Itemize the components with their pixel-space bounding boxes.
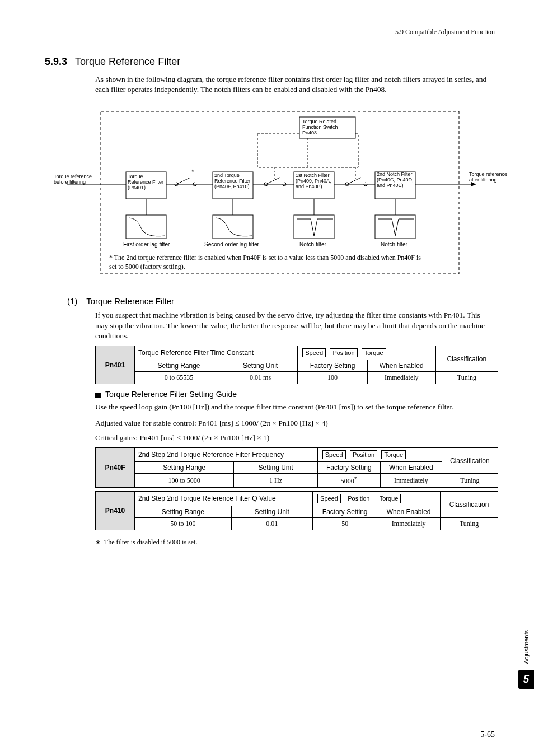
diagram-block2: 2nd Torque Reference Filter (Pn40F, Pn41… [214,173,251,190]
tag-position: Position [345,494,372,503]
pn410-unit: 0.01 [231,517,312,530]
side-label: Adjustments [523,630,530,664]
tag-torque: Torque [362,348,386,357]
subsection-body: If you suspect that machine vibration is… [95,310,495,341]
pn401-unit: 0.01 ms [223,372,298,384]
pn401-range: 0 to 65535 [135,372,223,384]
subsection-heading: (1) Torque Reference Filter [67,296,495,306]
param-table-pn401: Pn401 Torque Reference Filter Time Const… [95,346,498,384]
subsection-title: Torque Reference Filter [86,296,174,306]
diagram-block1: Torque Reference Filter (Pn401) [128,174,165,191]
svg-line-12 [176,178,190,184]
col-setting-range: Setting Range [135,462,234,474]
guide-title: Torque Reference Filter Setting Guide [105,390,237,399]
guide-heading: Torque Reference Filter Setting Guide [95,390,495,399]
pn410-factory: 50 [313,517,377,530]
section-heading: 5.9.3 Torque Reference Filter [45,56,495,68]
tag-torque: Torque [377,494,401,503]
pn401-class: Tuning [435,372,498,384]
pn410-label: Pn410 [96,492,135,530]
col-setting-unit: Setting Unit [234,462,317,474]
pn40f-enabled: Immediately [380,474,442,488]
diagram-caption4: Notch filter [381,241,407,248]
section-number: 5.9.3 [45,56,67,68]
diagram-caption1: First order lag filter [123,241,170,248]
pn401-factory: 100 [298,372,368,384]
pn410-range: 50 to 100 [135,517,232,530]
tag-speed: Speed [317,494,341,503]
pn401-title: Torque Reference Filter Time Constant [138,349,254,357]
pn40f-unit: 1 Hz [234,474,317,488]
col-setting-unit: Setting Unit [231,506,312,517]
subsection-number: (1) [67,296,77,306]
tag-speed: Speed [322,450,346,459]
guide-p1: Use the speed loop gain (Pn100 [Hz]) and… [95,402,495,412]
pn401-label: Pn401 [96,346,135,384]
param-table-pn410: Pn410 2nd Step 2nd Torque Reference Filt… [95,491,498,530]
guide-p2: Adjusted value for stable control: Pn401… [95,418,495,428]
pn410-title: 2nd Step 2nd Torque Reference Filter Q V… [138,494,276,502]
pn40f-title: 2nd Step 2nd Torque Reference Filter Fre… [138,451,284,459]
svg-line-18 [347,178,361,184]
pn410-class: Tuning [441,517,498,530]
pn40f-factory: 5000* [317,474,380,488]
col-factory-setting: Factory Setting [298,360,368,372]
chapter-badge: 5 [518,670,534,689]
param-table-pn40f: Pn40F 2nd Step 2nd Torque Reference Filt… [95,447,498,488]
square-bullet-icon [95,393,101,398]
tag-position: Position [330,348,357,357]
classification-header: Classification [435,346,498,372]
col-setting-range: Setting Range [135,360,223,372]
section-intro: As shown in the following diagram, the t… [95,74,495,95]
pn40f-class: Tuning [442,474,498,488]
pn401-enabled: Immediately [367,372,435,384]
diagram-block3: 1st Notch Filter (Pn409, Pn40A, and Pn40… [296,173,332,190]
diagram-block4: 2nd Notch Filter (Pn40C, Pn40D, and Pn40… [377,172,414,189]
diagram-caption3: Notch filter [299,241,326,248]
classification-header: Classification [442,448,498,474]
svg-rect-21 [126,215,166,239]
diagram-input-label: Torque reference before filtering [54,174,93,185]
diagram-footnote: * The 2nd torque reference filter is ena… [109,254,423,271]
col-when-enabled: When Enabled [380,462,442,474]
header-breadcrumb: 5.9 Compatible Adjustment Function [45,28,495,39]
svg-line-15 [266,178,280,184]
col-factory-setting: Factory Setting [317,462,380,474]
classification-header: Classification [441,492,498,517]
tag-torque: Torque [381,450,406,459]
page-number: 5-65 [480,730,495,739]
footnote: ∗ The filter is disabled if 5000 is set. [95,538,495,547]
filter-diagram: Torque reference before filtering Torque… [45,106,495,285]
diagram-switch-box: Torque Related Function Switch Pn408 [302,119,354,136]
svg-rect-22 [213,215,253,239]
tag-position: Position [350,450,377,459]
diagram-caption2: Second order lag filter [204,241,259,248]
tag-speed: Speed [302,348,326,357]
col-setting-range: Setting Range [135,506,232,517]
col-when-enabled: When Enabled [367,360,435,372]
section-title: Torque Reference Filter [75,56,180,68]
pn40f-range: 100 to 5000 [135,474,234,488]
side-tab: Adjustments 5 [518,630,534,689]
col-setting-unit: Setting Unit [223,360,298,372]
col-when-enabled: When Enabled [377,506,441,517]
diagram-output-label: Torque reference after filtering [469,172,508,183]
guide-p3: Critical gains: Pn401 [ms] < 1000/ (2π ×… [95,433,495,443]
col-factory-setting: Factory Setting [313,506,377,517]
pn40f-label: Pn40F [96,448,135,488]
diagram-asterisk: * [191,169,194,176]
pn410-enabled: Immediately [377,517,441,530]
